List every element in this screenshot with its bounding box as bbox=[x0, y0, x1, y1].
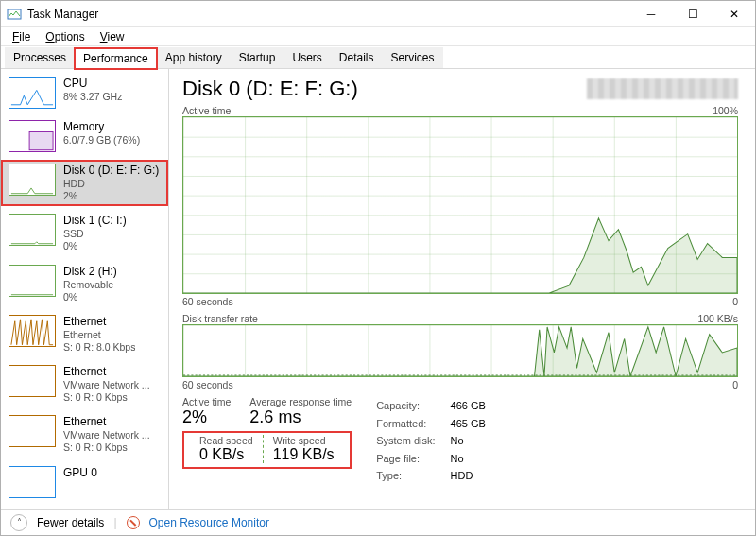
prop-value: 466 GB bbox=[451, 398, 486, 414]
tab-bar: Processes Performance App history Startu… bbox=[1, 46, 755, 69]
sidebar-item-2[interactable]: Disk 0 (D: E: F: G:)HDD2% bbox=[1, 160, 168, 206]
tab-performance[interactable]: Performance bbox=[75, 48, 157, 69]
menu-options[interactable]: Options bbox=[38, 28, 92, 45]
sidebar-item-8[interactable]: GPU 0 bbox=[1, 462, 168, 502]
open-resource-monitor-link[interactable]: Open Resource Monitor bbox=[149, 516, 269, 529]
sidebar-item-3[interactable]: Disk 1 (C: I:)SSD0% bbox=[1, 210, 168, 256]
sidebar-item-7[interactable]: EthernetVMware Network ...S: 0 R: 0 Kbps bbox=[1, 411, 168, 458]
disk-model-blurred bbox=[587, 78, 738, 99]
titlebar: Task Manager ─ ☐ ✕ bbox=[1, 1, 755, 27]
chart2-label: Disk transfer rate bbox=[182, 313, 258, 324]
active-time-value: 2% bbox=[182, 407, 231, 427]
prop-value: HDD bbox=[451, 468, 486, 484]
sidebar-item-name: Disk 1 (C: I:) bbox=[63, 214, 127, 228]
sidebar-item-line2: HDD bbox=[63, 178, 159, 190]
sidebar-item-6[interactable]: EthernetVMware Network ...S: 0 R: 0 Kbps bbox=[1, 361, 168, 407]
tab-processes[interactable]: Processes bbox=[5, 47, 75, 68]
sidebar-item-line2: VMware Network ... bbox=[63, 429, 150, 441]
sidebar-thumb bbox=[9, 315, 56, 347]
prop-label: Capacity: bbox=[376, 398, 448, 414]
close-button[interactable]: ✕ bbox=[713, 1, 755, 26]
chart1-xleft: 60 seconds bbox=[182, 296, 233, 307]
disk-properties: Capacity:466 GBFormatted:465 GBSystem di… bbox=[374, 396, 488, 486]
sidebar-item-0[interactable]: CPU8% 3.27 GHz bbox=[1, 73, 168, 112]
sidebar-thumb bbox=[9, 265, 56, 297]
perf-sidebar: CPU8% 3.27 GHzMemory6.0/7.9 GB (76%)Disk… bbox=[1, 69, 169, 509]
sidebar-item-line3: 2% bbox=[63, 190, 159, 202]
sidebar-item-1[interactable]: Memory6.0/7.9 GB (76%) bbox=[1, 116, 168, 156]
read-write-highlight: Read speed 0 KB/s Write speed 119 KB/s bbox=[182, 431, 352, 469]
chevron-up-icon[interactable]: ˄ bbox=[10, 514, 27, 531]
tab-startup[interactable]: Startup bbox=[231, 47, 284, 68]
prop-label: Page file: bbox=[376, 451, 448, 467]
prop-label: System disk: bbox=[376, 433, 448, 449]
svg-rect-1 bbox=[29, 132, 53, 150]
sidebar-item-line2: 8% 3.27 GHz bbox=[63, 91, 122, 103]
fewer-details-link[interactable]: Fewer details bbox=[37, 516, 104, 529]
sidebar-item-name: GPU 0 bbox=[63, 466, 97, 480]
prop-value: 465 GB bbox=[451, 416, 486, 432]
prop-label: Formatted: bbox=[376, 416, 448, 432]
avg-resp-label: Average response time bbox=[249, 396, 352, 407]
sidebar-thumb bbox=[9, 120, 56, 152]
minimize-button[interactable]: ─ bbox=[630, 1, 672, 26]
tab-users[interactable]: Users bbox=[284, 47, 330, 68]
sidebar-item-name: Disk 0 (D: E: F: G:) bbox=[63, 164, 159, 178]
sidebar-item-name: Disk 2 (H:) bbox=[63, 265, 117, 279]
chart1-xright: 0 bbox=[732, 296, 738, 307]
menu-view[interactable]: View bbox=[93, 28, 132, 45]
sidebar-item-line2: SSD bbox=[63, 228, 127, 240]
sidebar-thumb bbox=[9, 164, 56, 196]
sidebar-item-line3: S: 0 R: 0 Kbps bbox=[63, 441, 150, 454]
resource-monitor-icon bbox=[127, 516, 140, 529]
sidebar-item-name: Ethernet bbox=[63, 365, 150, 379]
maximize-button[interactable]: ☐ bbox=[672, 1, 713, 26]
read-speed-value: 0 KB/s bbox=[199, 446, 253, 463]
sidebar-item-4[interactable]: Disk 2 (H:)Removable0% bbox=[1, 261, 168, 307]
transfer-rate-chart bbox=[182, 324, 738, 377]
read-speed-label: Read speed bbox=[199, 435, 253, 446]
sidebar-item-line2: Removable bbox=[63, 279, 117, 291]
chart1-max: 100% bbox=[713, 105, 738, 116]
app-icon bbox=[7, 7, 22, 22]
sidebar-item-name: Ethernet bbox=[63, 315, 135, 329]
sidebar-item-name: Ethernet bbox=[63, 415, 150, 429]
sidebar-item-5[interactable]: EthernetEthernetS: 0 R: 8.0 Kbps bbox=[1, 311, 168, 357]
chart2-xright: 0 bbox=[732, 379, 738, 390]
chart1-label: Active time bbox=[182, 105, 231, 116]
sidebar-item-line3: S: 0 R: 0 Kbps bbox=[63, 391, 150, 404]
sidebar-thumb bbox=[9, 214, 56, 246]
prop-value: No bbox=[451, 451, 486, 467]
perf-detail: Disk 0 (D: E: F: G:) Active time 100% 60… bbox=[169, 69, 755, 509]
tab-details[interactable]: Details bbox=[331, 47, 383, 68]
tab-app-history[interactable]: App history bbox=[157, 47, 231, 68]
prop-value: No bbox=[451, 433, 486, 449]
sidebar-item-line2: VMware Network ... bbox=[63, 379, 150, 391]
sidebar-item-line2: 6.0/7.9 GB (76%) bbox=[63, 134, 140, 147]
sidebar-thumb bbox=[9, 365, 56, 397]
sidebar-item-name: Memory bbox=[63, 120, 140, 134]
sidebar-item-line3: 0% bbox=[63, 240, 127, 252]
sidebar-item-line3: 0% bbox=[63, 291, 117, 303]
active-time-label: Active time bbox=[182, 396, 231, 407]
sidebar-thumb bbox=[9, 466, 56, 498]
chart2-xleft: 60 seconds bbox=[182, 379, 233, 390]
active-time-chart bbox=[182, 116, 738, 294]
sidebar-thumb bbox=[9, 415, 56, 447]
sidebar-item-line3: S: 0 R: 8.0 Kbps bbox=[63, 341, 135, 354]
write-speed-value: 119 KB/s bbox=[273, 446, 335, 463]
sidebar-item-name: CPU bbox=[63, 77, 122, 91]
window-title: Task Manager bbox=[27, 8, 630, 21]
chart2-max: 100 KB/s bbox=[697, 313, 738, 324]
avg-resp-value: 2.6 ms bbox=[249, 407, 352, 427]
footer: ˄ Fewer details | Open Resource Monitor bbox=[1, 509, 755, 535]
tab-services[interactable]: Services bbox=[383, 47, 443, 68]
sidebar-item-line2: Ethernet bbox=[63, 329, 135, 341]
prop-label: Type: bbox=[376, 468, 448, 484]
write-speed-label: Write speed bbox=[273, 435, 335, 446]
menu-file[interactable]: File bbox=[5, 28, 38, 45]
sidebar-thumb bbox=[9, 77, 56, 109]
menubar: File Options View bbox=[1, 27, 755, 46]
